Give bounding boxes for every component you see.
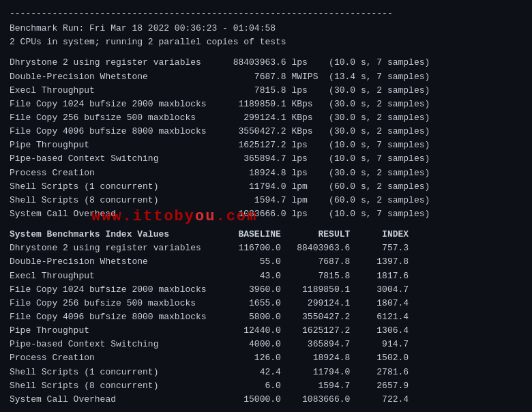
benchmark-row: Shell Scripts (1 concurrent) 11794.0 lpm… [10, 180, 522, 194]
index-table-row: System Call Overhead 15000.0 1083666.0 7… [10, 393, 522, 407]
benchmark-row: File Copy 256 bufsize 500 maxblocks 2991… [10, 111, 522, 125]
benchmark-row: System Call Overhead 1083666.0 lps (10.0… [10, 207, 522, 221]
terminal: ----------------------------------------… [10, 7, 522, 412]
run-header2: 2 CPUs in system; running 2 parallel cop… [10, 35, 522, 49]
run-header1: Benchmark Run: Fri Mar 18 2022 00:36:23 … [10, 22, 522, 35]
benchmark-row: Process Creation 18924.8 lps (30.0 s, 2 … [10, 166, 522, 180]
index-table-row: File Copy 1024 bufsize 2000 maxblocks 39… [10, 283, 522, 297]
index-table-row: Pipe-based Context Switching 4000.0 3658… [10, 338, 522, 351]
gap1 [10, 49, 522, 56]
index-table-row: Shell Scripts (1 concurrent) 42.4 11794.… [10, 366, 522, 379]
index-table-row: Pipe Throughput 12440.0 1625127.2 1306.4 [10, 324, 522, 338]
gap2 [10, 221, 522, 228]
terminal-wrapper: ----------------------------------------… [10, 7, 522, 412]
benchmark-row: Execl Throughput 7815.8 lps (30.0 s, 2 s… [10, 84, 522, 98]
index-table-row: Dhrystone 2 using register variables 116… [10, 241, 522, 255]
benchmark-list: Dhrystone 2 using register variables 884… [10, 56, 522, 221]
benchmark-row: Dhrystone 2 using register variables 884… [10, 56, 522, 70]
benchmark-row: Pipe-based Context Switching 365894.7 lp… [10, 152, 522, 166]
benchmark-row: File Copy 4096 bufsize 8000 maxblocks 35… [10, 125, 522, 138]
benchmark-row: Shell Scripts (8 concurrent) 1594.7 lpm … [10, 194, 522, 207]
divider-line: ----------------------------------------… [10, 7, 522, 20]
gap3 [10, 407, 522, 412]
index-table-row: Execl Throughput 43.0 7815.8 1817.6 [10, 269, 522, 283]
benchmark-row: Double-Precision Whetstone 7687.8 MWIPS … [10, 70, 522, 84]
index-table-header: System Benchmarks Index Values BASELINE … [10, 228, 522, 241]
index-table-row: Double-Precision Whetstone 55.0 7687.8 1… [10, 255, 522, 269]
index-table-row: Shell Scripts (8 concurrent) 6.0 1594.7 … [10, 379, 522, 393]
index-table-row: File Copy 256 bufsize 500 maxblocks 1655… [10, 297, 522, 310]
index-table: System Benchmarks Index Values BASELINE … [10, 228, 522, 407]
benchmark-row: Pipe Throughput 1625127.2 lps (10.0 s, 7… [10, 138, 522, 152]
index-table-row: File Copy 4096 bufsize 8000 maxblocks 58… [10, 310, 522, 324]
benchmark-row: File Copy 1024 bufsize 2000 maxblocks 11… [10, 98, 522, 111]
index-table-row: Process Creation 126.0 18924.8 1502.0 [10, 351, 522, 365]
